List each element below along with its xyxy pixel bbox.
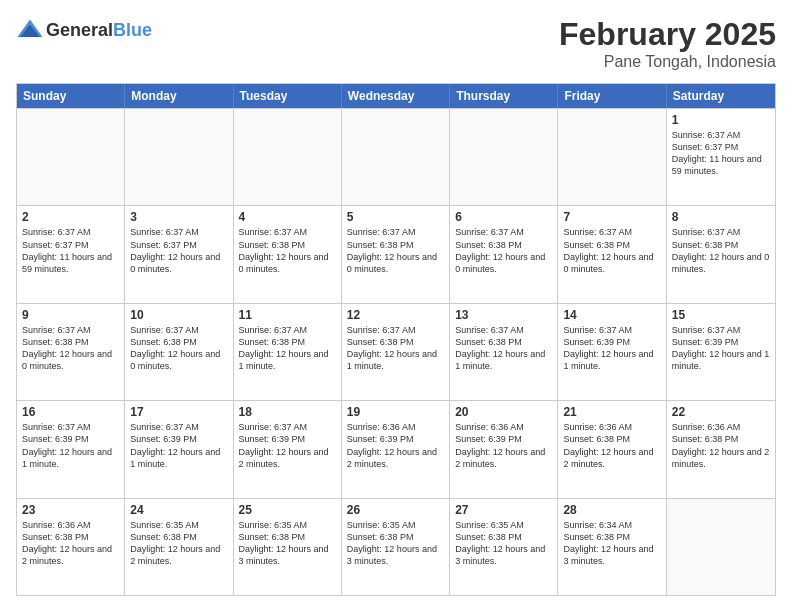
calendar-cell: 7Sunrise: 6:37 AM Sunset: 6:38 PM Daylig… [558, 206, 666, 302]
calendar-row-3: 16Sunrise: 6:37 AM Sunset: 6:39 PM Dayli… [17, 400, 775, 497]
day-info: Sunrise: 6:37 AM Sunset: 6:39 PM Dayligh… [22, 421, 119, 470]
title-section: February 2025 Pane Tongah, Indonesia [559, 16, 776, 71]
day-number: 14 [563, 308, 660, 322]
calendar-cell: 6Sunrise: 6:37 AM Sunset: 6:38 PM Daylig… [450, 206, 558, 302]
logo-text-general: General [46, 20, 113, 40]
calendar-cell: 3Sunrise: 6:37 AM Sunset: 6:37 PM Daylig… [125, 206, 233, 302]
day-number: 28 [563, 503, 660, 517]
calendar-cell: 26Sunrise: 6:35 AM Sunset: 6:38 PM Dayli… [342, 499, 450, 595]
calendar-row-2: 9Sunrise: 6:37 AM Sunset: 6:38 PM Daylig… [17, 303, 775, 400]
day-info: Sunrise: 6:37 AM Sunset: 6:37 PM Dayligh… [22, 226, 119, 275]
day-number: 1 [672, 113, 770, 127]
day-info: Sunrise: 6:37 AM Sunset: 6:39 PM Dayligh… [563, 324, 660, 373]
calendar-cell: 1Sunrise: 6:37 AM Sunset: 6:37 PM Daylig… [667, 109, 775, 205]
month-title: February 2025 [559, 16, 776, 53]
day-number: 15 [672, 308, 770, 322]
calendar-cell: 5Sunrise: 6:37 AM Sunset: 6:38 PM Daylig… [342, 206, 450, 302]
page-container: GeneralBlue February 2025 Pane Tongah, I… [0, 0, 792, 612]
header-day-friday: Friday [558, 84, 666, 108]
day-number: 27 [455, 503, 552, 517]
day-info: Sunrise: 6:37 AM Sunset: 6:38 PM Dayligh… [347, 226, 444, 275]
day-info: Sunrise: 6:36 AM Sunset: 6:38 PM Dayligh… [22, 519, 119, 568]
header-day-tuesday: Tuesday [234, 84, 342, 108]
calendar-header: SundayMondayTuesdayWednesdayThursdayFrid… [17, 84, 775, 108]
calendar-cell: 11Sunrise: 6:37 AM Sunset: 6:38 PM Dayli… [234, 304, 342, 400]
calendar-row-1: 2Sunrise: 6:37 AM Sunset: 6:37 PM Daylig… [17, 205, 775, 302]
header-day-saturday: Saturday [667, 84, 775, 108]
day-info: Sunrise: 6:37 AM Sunset: 6:38 PM Dayligh… [672, 226, 770, 275]
day-info: Sunrise: 6:37 AM Sunset: 6:38 PM Dayligh… [455, 226, 552, 275]
day-info: Sunrise: 6:37 AM Sunset: 6:37 PM Dayligh… [672, 129, 770, 178]
calendar-cell: 9Sunrise: 6:37 AM Sunset: 6:38 PM Daylig… [17, 304, 125, 400]
calendar-cell: 23Sunrise: 6:36 AM Sunset: 6:38 PM Dayli… [17, 499, 125, 595]
day-info: Sunrise: 6:37 AM Sunset: 6:38 PM Dayligh… [347, 324, 444, 373]
calendar-cell [17, 109, 125, 205]
calendar-row-4: 23Sunrise: 6:36 AM Sunset: 6:38 PM Dayli… [17, 498, 775, 595]
day-number: 13 [455, 308, 552, 322]
day-number: 2 [22, 210, 119, 224]
day-info: Sunrise: 6:37 AM Sunset: 6:39 PM Dayligh… [672, 324, 770, 373]
day-info: Sunrise: 6:37 AM Sunset: 6:38 PM Dayligh… [239, 226, 336, 275]
day-info: Sunrise: 6:35 AM Sunset: 6:38 PM Dayligh… [455, 519, 552, 568]
calendar-cell: 27Sunrise: 6:35 AM Sunset: 6:38 PM Dayli… [450, 499, 558, 595]
calendar-cell [342, 109, 450, 205]
day-info: Sunrise: 6:37 AM Sunset: 6:38 PM Dayligh… [22, 324, 119, 373]
day-info: Sunrise: 6:36 AM Sunset: 6:38 PM Dayligh… [563, 421, 660, 470]
calendar-cell: 12Sunrise: 6:37 AM Sunset: 6:38 PM Dayli… [342, 304, 450, 400]
day-number: 24 [130, 503, 227, 517]
day-info: Sunrise: 6:37 AM Sunset: 6:39 PM Dayligh… [239, 421, 336, 470]
calendar-cell: 18Sunrise: 6:37 AM Sunset: 6:39 PM Dayli… [234, 401, 342, 497]
header-day-wednesday: Wednesday [342, 84, 450, 108]
header-day-thursday: Thursday [450, 84, 558, 108]
day-info: Sunrise: 6:35 AM Sunset: 6:38 PM Dayligh… [130, 519, 227, 568]
logo-text-blue: Blue [113, 20, 152, 40]
day-number: 12 [347, 308, 444, 322]
calendar-cell: 10Sunrise: 6:37 AM Sunset: 6:38 PM Dayli… [125, 304, 233, 400]
day-info: Sunrise: 6:37 AM Sunset: 6:37 PM Dayligh… [130, 226, 227, 275]
day-info: Sunrise: 6:36 AM Sunset: 6:39 PM Dayligh… [455, 421, 552, 470]
calendar-cell: 19Sunrise: 6:36 AM Sunset: 6:39 PM Dayli… [342, 401, 450, 497]
calendar-cell: 20Sunrise: 6:36 AM Sunset: 6:39 PM Dayli… [450, 401, 558, 497]
calendar-cell [558, 109, 666, 205]
day-number: 22 [672, 405, 770, 419]
header-day-sunday: Sunday [17, 84, 125, 108]
calendar-cell: 22Sunrise: 6:36 AM Sunset: 6:38 PM Dayli… [667, 401, 775, 497]
day-number: 8 [672, 210, 770, 224]
day-info: Sunrise: 6:35 AM Sunset: 6:38 PM Dayligh… [347, 519, 444, 568]
location-title: Pane Tongah, Indonesia [559, 53, 776, 71]
header-day-monday: Monday [125, 84, 233, 108]
day-info: Sunrise: 6:37 AM Sunset: 6:38 PM Dayligh… [563, 226, 660, 275]
day-number: 26 [347, 503, 444, 517]
calendar-cell: 21Sunrise: 6:36 AM Sunset: 6:38 PM Dayli… [558, 401, 666, 497]
day-info: Sunrise: 6:37 AM Sunset: 6:38 PM Dayligh… [239, 324, 336, 373]
day-number: 19 [347, 405, 444, 419]
calendar-cell [125, 109, 233, 205]
day-number: 5 [347, 210, 444, 224]
calendar-cell: 28Sunrise: 6:34 AM Sunset: 6:38 PM Dayli… [558, 499, 666, 595]
calendar-cell: 13Sunrise: 6:37 AM Sunset: 6:38 PM Dayli… [450, 304, 558, 400]
calendar-cell [234, 109, 342, 205]
day-info: Sunrise: 6:36 AM Sunset: 6:38 PM Dayligh… [672, 421, 770, 470]
day-number: 23 [22, 503, 119, 517]
day-info: Sunrise: 6:37 AM Sunset: 6:38 PM Dayligh… [130, 324, 227, 373]
calendar-cell: 2Sunrise: 6:37 AM Sunset: 6:37 PM Daylig… [17, 206, 125, 302]
day-number: 16 [22, 405, 119, 419]
calendar-cell: 14Sunrise: 6:37 AM Sunset: 6:39 PM Dayli… [558, 304, 666, 400]
calendar-cell [667, 499, 775, 595]
day-number: 20 [455, 405, 552, 419]
day-number: 18 [239, 405, 336, 419]
day-info: Sunrise: 6:37 AM Sunset: 6:38 PM Dayligh… [455, 324, 552, 373]
day-number: 17 [130, 405, 227, 419]
day-number: 21 [563, 405, 660, 419]
day-number: 7 [563, 210, 660, 224]
page-header: GeneralBlue February 2025 Pane Tongah, I… [16, 16, 776, 71]
calendar: SundayMondayTuesdayWednesdayThursdayFrid… [16, 83, 776, 596]
calendar-cell: 17Sunrise: 6:37 AM Sunset: 6:39 PM Dayli… [125, 401, 233, 497]
calendar-body: 1Sunrise: 6:37 AM Sunset: 6:37 PM Daylig… [17, 108, 775, 595]
calendar-cell [450, 109, 558, 205]
calendar-cell: 4Sunrise: 6:37 AM Sunset: 6:38 PM Daylig… [234, 206, 342, 302]
calendar-cell: 16Sunrise: 6:37 AM Sunset: 6:39 PM Dayli… [17, 401, 125, 497]
day-info: Sunrise: 6:35 AM Sunset: 6:38 PM Dayligh… [239, 519, 336, 568]
calendar-row-0: 1Sunrise: 6:37 AM Sunset: 6:37 PM Daylig… [17, 108, 775, 205]
day-number: 25 [239, 503, 336, 517]
